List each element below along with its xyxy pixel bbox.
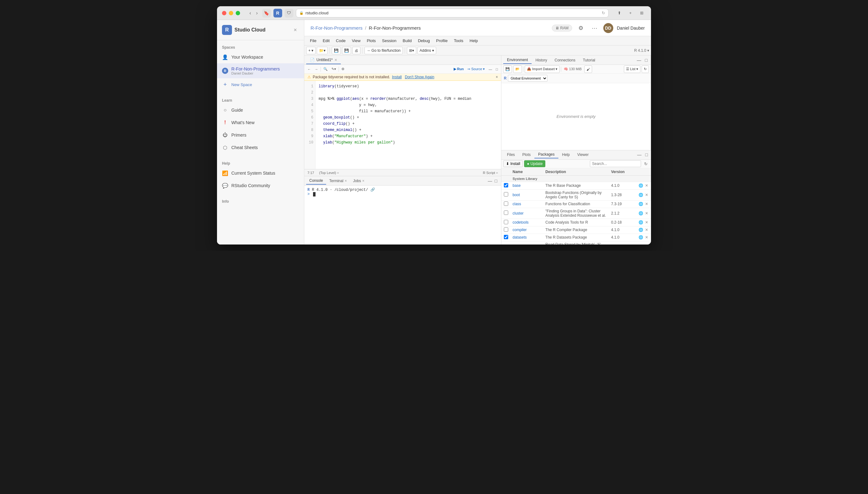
update-button[interactable]: ● Update — [524, 160, 545, 167]
shield-icon[interactable]: 🛡 — [285, 9, 293, 17]
menu-build[interactable]: Build — [400, 37, 415, 44]
fullscreen-button[interactable] — [236, 11, 240, 15]
pkg-name-cluster[interactable]: cluster — [513, 211, 545, 215]
packages-refresh-button[interactable]: ↻ — [642, 160, 649, 167]
menu-profile[interactable]: Profile — [433, 37, 451, 44]
breadcrumb-link[interactable]: R-For-Non-Programmers — [311, 25, 363, 31]
addins-button[interactable]: Addins ▾ — [418, 47, 436, 54]
files-maximize-button[interactable]: □ — [644, 152, 649, 158]
pkg-checkbox-class[interactable] — [504, 202, 513, 207]
bookmark-icon[interactable]: 🔖 — [262, 9, 271, 17]
r-version-label[interactable]: R 4.1.0 ▾ — [634, 48, 649, 53]
tab-history[interactable]: History — [532, 57, 551, 64]
back-code-button[interactable]: ← — [306, 66, 312, 72]
settings-icon[interactable]: ⚙ — [576, 23, 586, 33]
menu-tools[interactable]: Tools — [451, 37, 466, 44]
install-link[interactable]: Install — [392, 75, 402, 79]
pkg-delete-compiler[interactable]: ✕ — [645, 227, 649, 232]
packages-search-input[interactable] — [590, 160, 641, 167]
sidebar-item-r-for-non-programmers[interactable]: R R-For-Non-Programmers Daniel Dauber — [217, 63, 304, 78]
dont-show-link[interactable]: Don't Show Again — [405, 75, 434, 79]
pkg-delete-boot[interactable]: ✕ — [645, 192, 649, 197]
user-name[interactable]: Daniel Dauber — [617, 25, 645, 31]
sidebar-close-button[interactable]: × — [291, 26, 299, 34]
compile-button[interactable]: ⚙ — [340, 66, 346, 72]
forward-button[interactable]: › — [254, 9, 259, 17]
global-env-select[interactable]: Global Environment — [508, 75, 547, 82]
menu-debug[interactable]: Debug — [415, 37, 433, 44]
console-minimize[interactable]: — — [487, 178, 493, 184]
pkg-web-codetools[interactable]: 🌐 — [638, 220, 643, 225]
maximize-editor-button[interactable]: □ — [495, 66, 499, 72]
tab-tutorial[interactable]: Tutorial — [579, 57, 599, 64]
avatar[interactable]: DD — [603, 23, 613, 33]
env-maximize-button[interactable]: □ — [644, 57, 649, 63]
pkg-delete-base[interactable]: ✕ — [645, 183, 649, 188]
menu-file[interactable]: File — [307, 37, 320, 44]
pkg-name-datasets[interactable]: datasets — [513, 235, 545, 240]
tab-plots[interactable]: Plots — [519, 151, 534, 158]
terminal-close[interactable]: × — [345, 179, 347, 183]
env-minimize-button[interactable]: — — [636, 57, 642, 63]
save-all-button[interactable]: 💾 — [342, 47, 351, 54]
sidebar-item-guide[interactable]: ○ Guide — [217, 104, 304, 116]
open-file-button[interactable]: 📁▾ — [317, 47, 328, 54]
pkg-delete-codetools[interactable]: ✕ — [645, 220, 649, 225]
code-content[interactable]: library(tidyverse) mpg %>% ggplot(aes(x … — [315, 81, 501, 169]
console-content[interactable]: R R 4.1.0 · /cloud/project/ 🔗 > — [304, 186, 501, 245]
brush-button[interactable]: 🖌 — [584, 65, 592, 73]
menu-code[interactable]: Code — [333, 37, 349, 44]
refresh-env-button[interactable]: ↻ — [642, 65, 649, 73]
pkg-web-class[interactable]: 🌐 — [638, 202, 643, 207]
pkg-name-codetools[interactable]: codetools — [513, 220, 545, 225]
close-button[interactable] — [222, 11, 226, 15]
pkg-checkbox-cluster[interactable] — [504, 210, 513, 216]
terminal-tab[interactable]: Terminal × — [326, 177, 350, 184]
env-open-button[interactable]: 📂 — [513, 65, 522, 73]
refresh-icon[interactable]: ↻ — [602, 11, 605, 15]
new-tab-icon[interactable]: + — [626, 9, 635, 17]
menu-help[interactable]: Help — [466, 37, 481, 44]
console-maximize[interactable]: □ — [494, 178, 498, 184]
forward-code-button[interactable]: → — [313, 66, 319, 72]
tab-environment[interactable]: Environment — [503, 56, 532, 64]
ellipsis-icon[interactable]: ⋯ — [590, 23, 600, 33]
tab-viewer[interactable]: Viewer — [573, 151, 592, 158]
tab-files[interactable]: Files — [503, 151, 519, 158]
tab-packages[interactable]: Packages — [534, 151, 558, 158]
grid-icon-button[interactable]: ⊞▾ — [407, 47, 416, 54]
share-icon[interactable]: ⬆ — [615, 9, 623, 17]
pkg-web-boot[interactable]: 🌐 — [638, 192, 643, 197]
sidebar-item-cheat-sheets[interactable]: ⬡ Cheat Sheets — [217, 141, 304, 154]
new-space-button[interactable]: + New Space — [217, 78, 304, 91]
back-button[interactable]: ‹ — [248, 9, 253, 17]
menu-session[interactable]: Session — [379, 37, 399, 44]
pkg-checkbox-boot[interactable] — [504, 192, 513, 197]
pkg-web-cluster[interactable]: 🌐 — [638, 211, 643, 216]
pkg-delete-cluster[interactable]: ✕ — [645, 211, 649, 216]
pkg-name-compiler[interactable]: compiler — [513, 228, 545, 232]
r-icon[interactable]: R — [273, 9, 282, 17]
sidebar-item-community[interactable]: 💬 RStudio Community — [217, 179, 304, 192]
jobs-close[interactable]: × — [362, 179, 365, 183]
list-view-button[interactable]: ☰ List ▾ — [624, 65, 640, 73]
sidebar-item-whats-new[interactable]: ! What's New — [217, 116, 304, 129]
source-button[interactable]: ⇒ Source ▾ — [466, 66, 486, 72]
menu-plots[interactable]: Plots — [364, 37, 379, 44]
spell-check-button[interactable]: ✎▾ — [330, 66, 337, 72]
files-minimize-button[interactable]: — — [636, 152, 643, 158]
editor-tab-close[interactable]: × — [334, 57, 337, 62]
save-button[interactable]: 💾 — [332, 47, 341, 54]
menu-edit[interactable]: Edit — [320, 37, 333, 44]
sidebar-item-your-workspace[interactable]: 👤 Your Workspace — [217, 51, 304, 63]
pkg-web-base[interactable]: 🌐 — [638, 183, 643, 188]
pkg-checkbox-base[interactable] — [504, 183, 513, 188]
pkg-web-compiler[interactable]: 🌐 — [638, 227, 643, 232]
print-button[interactable]: 🖨 — [352, 47, 361, 54]
window-grid-icon[interactable]: ⊞ — [637, 9, 646, 17]
pkg-checkbox-codetools[interactable] — [504, 220, 513, 225]
pkg-web-datasets[interactable]: 🌐 — [638, 235, 643, 240]
search-code-button[interactable]: 🔍 — [322, 66, 329, 72]
editor-tab-untitled1[interactable]: 📄 Untitled1* × — [306, 56, 341, 64]
pkg-checkbox-datasets[interactable] — [504, 235, 513, 240]
